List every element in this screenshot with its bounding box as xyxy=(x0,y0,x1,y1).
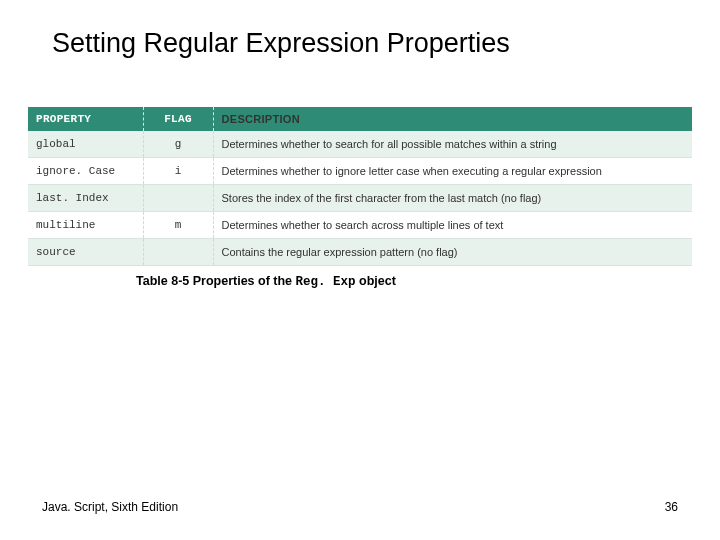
table-header-row: PROPERTY FLAG DESCRIPTION xyxy=(28,107,692,131)
cell-description: Determines whether to search for all pos… xyxy=(213,131,692,158)
cell-flag: g xyxy=(143,131,213,158)
table-row: global g Determines whether to search fo… xyxy=(28,131,692,158)
footer-page-number: 36 xyxy=(665,500,678,514)
table-row: last. Index Stores the index of the firs… xyxy=(28,185,692,212)
cell-description: Determines whether to ignore letter case… xyxy=(213,158,692,185)
cell-property: global xyxy=(28,131,143,158)
cell-flag: m xyxy=(143,212,213,239)
cell-description: Determines whether to search across mult… xyxy=(213,212,692,239)
table-row: source Contains the regular expression p… xyxy=(28,239,692,266)
cell-flag xyxy=(143,239,213,266)
table-row: ignore. Case i Determines whether to ign… xyxy=(28,158,692,185)
properties-table-container: PROPERTY FLAG DESCRIPTION global g Deter… xyxy=(28,107,692,289)
cell-property: last. Index xyxy=(28,185,143,212)
cell-property: source xyxy=(28,239,143,266)
header-description: DESCRIPTION xyxy=(213,107,692,131)
caption-prefix: Table 8-5 Properties of the xyxy=(136,274,296,288)
cell-property: multiline xyxy=(28,212,143,239)
properties-table: PROPERTY FLAG DESCRIPTION global g Deter… xyxy=(28,107,692,266)
table-caption: Table 8-5 Properties of the Reg. Exp obj… xyxy=(136,274,692,289)
cell-flag: i xyxy=(143,158,213,185)
header-flag: FLAG xyxy=(143,107,213,131)
caption-code: Reg. Exp xyxy=(296,275,356,289)
cell-property: ignore. Case xyxy=(28,158,143,185)
cell-description: Stores the index of the first character … xyxy=(213,185,692,212)
slide-title: Setting Regular Expression Properties xyxy=(0,0,720,59)
cell-description: Contains the regular expression pattern … xyxy=(213,239,692,266)
cell-flag xyxy=(143,185,213,212)
caption-suffix: object xyxy=(356,274,396,288)
footer-book-title: Java. Script, Sixth Edition xyxy=(42,500,178,514)
table-row: multiline m Determines whether to search… xyxy=(28,212,692,239)
header-property: PROPERTY xyxy=(28,107,143,131)
